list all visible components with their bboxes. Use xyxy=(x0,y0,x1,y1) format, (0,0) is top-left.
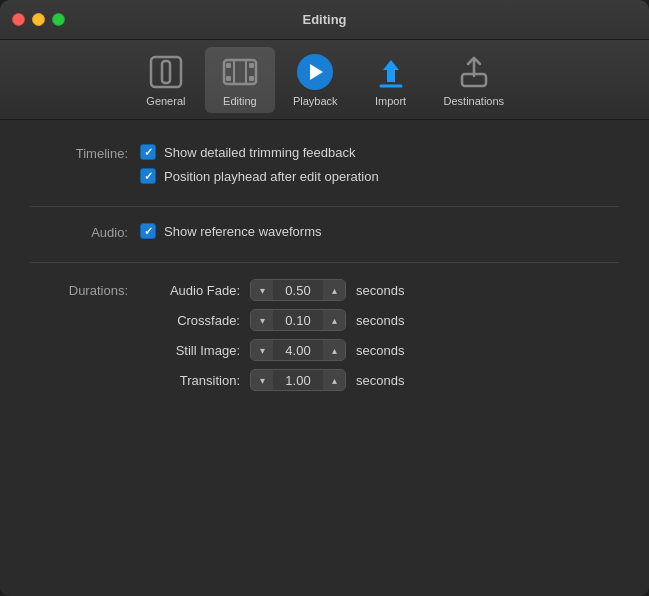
general-label: General xyxy=(146,95,185,107)
duration-row-still-image: Still Image: ▾ 4.00 ▴ seconds xyxy=(140,339,619,361)
duration-row-transition: Transition: ▾ 1.00 ▴ seconds xyxy=(140,369,619,391)
audio-option-1-label: Show reference waveforms xyxy=(164,224,322,239)
timeline-label: Timeline: xyxy=(30,144,140,161)
still-image-label: Still Image: xyxy=(140,343,240,358)
toolbar-item-general[interactable]: General xyxy=(131,47,201,113)
editing-icon xyxy=(221,53,259,91)
still-image-increment[interactable]: ▴ xyxy=(323,339,345,361)
transition-label: Transition: xyxy=(140,373,240,388)
playback-icon xyxy=(296,53,334,91)
transition-value: 1.00 xyxy=(273,373,323,388)
toolbar: General Editing xyxy=(0,40,649,120)
audio-options: Show reference waveforms xyxy=(140,223,619,239)
destinations-icon xyxy=(455,53,493,91)
toolbar-item-destinations[interactable]: Destinations xyxy=(430,47,519,113)
audio-option-1-row: Show reference waveforms xyxy=(140,223,619,239)
content-area: Timeline: Show detailed trimming feedbac… xyxy=(0,120,649,596)
audio-fade-value: 0.50 xyxy=(273,283,323,298)
timeline-option-2-label: Position playhead after edit operation xyxy=(164,169,379,184)
still-image-stepper: ▾ 4.00 ▴ xyxy=(250,339,346,361)
import-label: Import xyxy=(375,95,406,107)
divider-1 xyxy=(30,206,619,207)
crossfade-unit: seconds xyxy=(356,313,404,328)
audio-fade-label: Audio Fade: xyxy=(140,283,240,298)
audio-section: Audio: Show reference waveforms xyxy=(30,223,619,240)
audio-fade-stepper: ▾ 0.50 ▴ xyxy=(250,279,346,301)
general-icon-svg xyxy=(149,55,183,89)
transition-increment[interactable]: ▴ xyxy=(323,369,345,391)
svg-rect-7 xyxy=(249,63,254,68)
editing-label: Editing xyxy=(223,95,257,107)
crossfade-decrement[interactable]: ▾ xyxy=(251,309,273,331)
toolbar-item-import[interactable]: Import xyxy=(356,47,426,113)
timeline-option-1-label: Show detailed trimming feedback xyxy=(164,145,356,160)
destinations-label: Destinations xyxy=(444,95,505,107)
toolbar-item-editing[interactable]: Editing xyxy=(205,47,275,113)
divider-2 xyxy=(30,262,619,263)
still-image-value: 4.00 xyxy=(273,343,323,358)
timeline-option-2-row: Position playhead after edit operation xyxy=(140,168,619,184)
audio-fade-increment[interactable]: ▴ xyxy=(323,279,345,301)
transition-unit: seconds xyxy=(356,373,404,388)
audio-checkbox-1[interactable] xyxy=(140,223,156,239)
durations-label: Durations: xyxy=(30,279,140,298)
window: Editing General xyxy=(0,0,649,596)
crossfade-stepper: ▾ 0.10 ▴ xyxy=(250,309,346,331)
durations-section: Durations: Audio Fade: ▾ 0.50 ▴ seconds … xyxy=(30,279,619,391)
still-image-decrement[interactable]: ▾ xyxy=(251,339,273,361)
editing-icon-svg xyxy=(222,56,258,88)
crossfade-label: Crossfade: xyxy=(140,313,240,328)
timeline-section: Timeline: Show detailed trimming feedbac… xyxy=(30,144,619,184)
import-icon xyxy=(372,53,410,91)
audio-fade-unit: seconds xyxy=(356,283,404,298)
still-image-unit: seconds xyxy=(356,343,404,358)
maximize-button[interactable] xyxy=(52,13,65,26)
timeline-option-1-row: Show detailed trimming feedback xyxy=(140,144,619,160)
window-title: Editing xyxy=(302,12,346,27)
svg-rect-5 xyxy=(226,63,231,68)
traffic-lights xyxy=(12,13,65,26)
timeline-checkbox-2[interactable] xyxy=(140,168,156,184)
svg-rect-8 xyxy=(249,76,254,81)
crossfade-value: 0.10 xyxy=(273,313,323,328)
crossfade-increment[interactable]: ▴ xyxy=(323,309,345,331)
transition-stepper: ▾ 1.00 ▴ xyxy=(250,369,346,391)
svg-marker-9 xyxy=(383,60,399,82)
duration-row-crossfade: Crossfade: ▾ 0.10 ▴ seconds xyxy=(140,309,619,331)
close-button[interactable] xyxy=(12,13,25,26)
playback-label: Playback xyxy=(293,95,338,107)
toolbar-item-playback[interactable]: Playback xyxy=(279,47,352,113)
svg-rect-1 xyxy=(162,61,170,83)
playback-icon-shape xyxy=(297,54,333,90)
import-icon-svg xyxy=(373,54,409,90)
timeline-checkbox-1[interactable] xyxy=(140,144,156,160)
timeline-options: Show detailed trimming feedback Position… xyxy=(140,144,619,184)
svg-rect-6 xyxy=(226,76,231,81)
general-icon xyxy=(147,53,185,91)
duration-row-audio-fade: Audio Fade: ▾ 0.50 ▴ seconds xyxy=(140,279,619,301)
title-bar: Editing xyxy=(0,0,649,40)
audio-label: Audio: xyxy=(30,223,140,240)
destinations-icon-svg xyxy=(456,54,492,90)
audio-fade-decrement[interactable]: ▾ xyxy=(251,279,273,301)
minimize-button[interactable] xyxy=(32,13,45,26)
transition-decrement[interactable]: ▾ xyxy=(251,369,273,391)
durations-content: Audio Fade: ▾ 0.50 ▴ seconds Crossfade: … xyxy=(140,279,619,391)
